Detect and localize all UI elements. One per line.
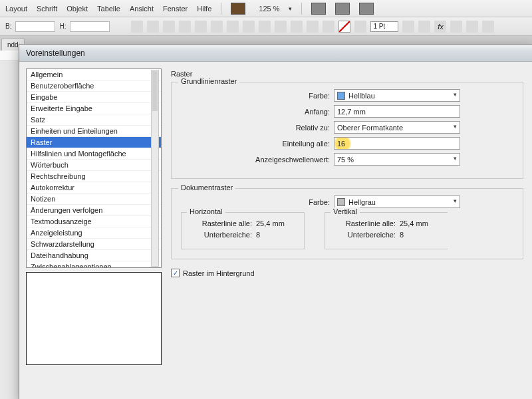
increment-label: Einteilung alle: [181, 140, 334, 148]
grid-in-back-checkbox[interactable]: ✓ Raster im Hintergrund [171, 269, 523, 277]
h-subdiv-label: Unterbereiche: [190, 231, 256, 239]
threshold-select[interactable]: 75 % [334, 153, 460, 166]
menu-objekt[interactable]: Objekt [66, 5, 88, 13]
tool-icon[interactable] [482, 21, 494, 33]
tool-icon[interactable] [275, 21, 287, 33]
prefs-item-benutzeroberfl-che[interactable]: Benutzeroberfläche [27, 80, 161, 92]
tool-icon[interactable] [243, 21, 255, 33]
prefs-item-erweiterte-eingabe[interactable]: Erweiterte Eingabe [27, 103, 161, 114]
separator [301, 3, 302, 15]
tool-icon[interactable] [418, 21, 430, 33]
relative-to-label: Relativ zu: [181, 124, 334, 132]
vertical-legend: Vertikal [331, 207, 360, 215]
baseline-grid-group: Grundlinienraster Farbe: Hellblau Anfang… [171, 82, 523, 179]
prefs-content: Raster Grundlinienraster Farbe: Hellblau… [166, 62, 532, 399]
checkbox-icon: ✓ [171, 269, 180, 277]
v-subdiv-label: Unterbereiche: [333, 231, 400, 239]
view-mode-icon[interactable] [311, 3, 326, 15]
menubar: Layout Schrift Objekt Tabelle Ansicht Fe… [0, 0, 532, 17]
arrange-icon[interactable] [359, 3, 374, 15]
stroke-weight[interactable]: 1 Pt [370, 21, 398, 32]
prefs-sidebar: AllgemeinBenutzeroberflächeEingabeErweit… [19, 62, 166, 399]
screen-mode-icon[interactable] [335, 3, 350, 15]
zoom-level[interactable]: 125 % [259, 5, 279, 13]
menu-tabelle[interactable]: Tabelle [97, 5, 120, 13]
dialog-title[interactable]: Voreinstellungen [19, 45, 532, 62]
v-gridline-input[interactable]: 25,4 mm [400, 219, 440, 227]
grid-in-back-label: Raster im Hintergrund [183, 269, 255, 277]
no-fill-icon[interactable] [338, 21, 350, 33]
tool-icon[interactable] [211, 21, 223, 33]
tool-icon[interactable] [179, 21, 191, 33]
tool-icon[interactable] [195, 21, 207, 33]
tool-icon[interactable] [291, 21, 303, 33]
vertical-group: Vertikal Rasterlinie alle:25,4 mm Unterb… [325, 212, 448, 249]
prefs-item-schwarzdarstellung[interactable]: Schwarzdarstellung [27, 239, 161, 250]
width-label: B: [5, 23, 11, 30]
threshold-label: Anzeigeschwellenwert: [181, 156, 334, 164]
fx-icon[interactable]: fx [434, 21, 446, 33]
h-gridline-label: Rasterlinie alle: [190, 219, 256, 227]
v-gridline-label: Rasterlinie alle: [333, 219, 400, 227]
scrollbar[interactable] [151, 70, 159, 267]
color-swatch-icon [337, 92, 345, 100]
menu-fenster[interactable]: Fenster [163, 5, 188, 13]
dropdown-icon[interactable]: ▾ [289, 5, 292, 12]
height-field[interactable] [70, 21, 110, 32]
prefs-item-anzeigeleistung[interactable]: Anzeigeleistung [27, 227, 161, 239]
start-label: Anfang: [181, 108, 334, 116]
width-field[interactable] [15, 21, 55, 32]
prefs-item-eingabe[interactable]: Eingabe [27, 92, 161, 103]
prefs-item-textmodusanzeige[interactable]: Textmodusanzeige [27, 216, 161, 227]
prefs-item--nderungen-verfolgen[interactable]: Änderungen verfolgen [27, 205, 161, 216]
tool-icon[interactable] [402, 21, 414, 33]
height-label: H: [59, 23, 66, 30]
document-grid-group: Dokumentraster Farbe: Hellgrau Horizonta… [171, 188, 523, 259]
bridge-icon[interactable] [231, 3, 245, 15]
tool-icon[interactable] [307, 21, 319, 33]
menu-layout[interactable]: Layout [5, 5, 27, 13]
baseline-grid-legend: Grundlinienraster [178, 77, 239, 85]
prefs-item-satz[interactable]: Satz [27, 114, 161, 126]
tool-icon[interactable] [163, 21, 175, 33]
menu-schrift[interactable]: Schrift [37, 5, 57, 13]
tool-icon[interactable] [131, 21, 143, 33]
separator [221, 3, 221, 15]
prefs-item-hilfslinien-und-montagefl-che[interactable]: Hilfslinien und Montagefläche [27, 148, 161, 160]
doc-color-select[interactable]: Hellgrau [334, 196, 460, 208]
prefs-item-zwischenablageoptionen[interactable]: Zwischenablageoptionen [27, 261, 161, 268]
tool-icon[interactable] [323, 21, 334, 33]
tool-icon[interactable] [450, 21, 462, 33]
color-select[interactable]: Hellblau [334, 89, 460, 102]
prefs-item-autokorrektur[interactable]: Autokorrektur [27, 182, 161, 194]
h-subdiv-input[interactable]: 8 [256, 231, 296, 239]
color-label: Farbe: [181, 92, 334, 100]
tool-icon[interactable] [259, 21, 271, 33]
start-input[interactable]: 12,7 mm [334, 105, 460, 118]
h-gridline-input[interactable]: 25,4 mm [256, 219, 296, 227]
tool-icon[interactable] [227, 21, 239, 33]
tool-icon[interactable] [147, 21, 159, 33]
doc-color-label: Farbe: [181, 198, 334, 206]
prefs-item-notizen[interactable]: Notizen [27, 194, 161, 205]
preferences-dialog: Voreinstellungen AllgemeinBenutzeroberfl… [19, 44, 532, 399]
tool-icon[interactable] [466, 21, 478, 33]
menu-ansicht[interactable]: Ansicht [130, 5, 154, 13]
prefs-item-rechtschreibung[interactable]: Rechtschreibung [27, 171, 161, 182]
stroke-icon[interactable] [354, 21, 366, 33]
prefs-item-einheiten-und-einteilungen[interactable]: Einheiten und Einteilungen [27, 126, 161, 137]
document-grid-legend: Dokumentraster [178, 184, 235, 192]
prefs-category-list[interactable]: AllgemeinBenutzeroberflächeEingabeErweit… [26, 68, 162, 268]
prefs-item-raster[interactable]: Raster [27, 137, 161, 148]
scrollbar-thumb[interactable] [152, 71, 158, 111]
prefs-item-dateihandhabung[interactable]: Dateihandhabung [27, 250, 161, 261]
preview-box [26, 272, 162, 365]
menu-hilfe[interactable]: Hilfe [197, 5, 211, 13]
prefs-item-allgemein[interactable]: Allgemein [27, 69, 161, 80]
horizontal-group: Horizontal Rasterlinie alle:25,4 mm Unte… [181, 212, 305, 249]
increment-input[interactable]: 16 [334, 137, 460, 150]
prefs-item-w-rterbuch[interactable]: Wörterbuch [27, 160, 161, 171]
v-subdiv-input[interactable]: 8 [400, 231, 440, 239]
color-swatch-icon [337, 198, 345, 206]
relative-to-select[interactable]: Oberer Formatkante [334, 121, 460, 134]
